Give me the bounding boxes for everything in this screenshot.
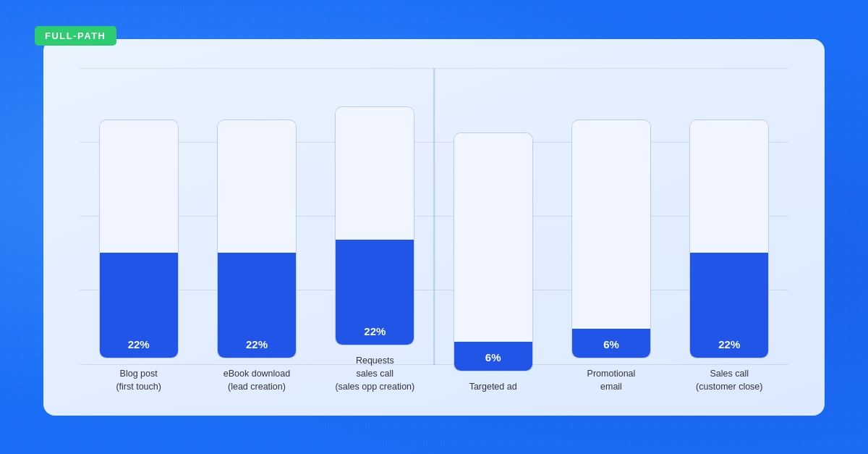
- bar-wrapper-ebook-download: 22%: [217, 119, 297, 358]
- bar-label-requests-sales-call: Requestssales call(sales opp creation): [335, 354, 414, 393]
- bar-group-requests-sales-call: 22%Requestssales call(sales opp creation…: [328, 106, 422, 393]
- bar-empty-blog-post: [100, 120, 178, 253]
- bar-percentage-blog-post: 22%: [128, 338, 150, 350]
- bar-label-targeted-ad: Targeted ad: [469, 380, 517, 393]
- bar-wrapper-promotional-email: 6%: [571, 119, 651, 358]
- bar-percentage-targeted-ad: 6%: [485, 351, 501, 363]
- bar-empty-ebook-download: [218, 120, 296, 253]
- bar-filled-blog-post: 22%: [100, 253, 178, 358]
- bar-filled-promotional-email: 6%: [572, 329, 650, 358]
- bar-wrapper-requests-sales-call: 22%: [335, 106, 414, 345]
- bar-empty-promotional-email: [572, 120, 650, 329]
- bar-group-ebook-download: 22%eBook download(lead creation): [210, 119, 304, 393]
- bar-percentage-ebook-download: 22%: [246, 338, 268, 350]
- bar-empty-targeted-ad: [454, 133, 532, 342]
- bar-group-targeted-ad: 6%Targeted ad: [446, 133, 540, 393]
- full-path-badge: FULL-PATH: [35, 26, 116, 46]
- bar-wrapper-sales-call: 22%: [689, 119, 769, 358]
- bar-filled-ebook-download: 22%: [218, 253, 296, 358]
- bar-label-sales-call: Sales call(customer close): [696, 367, 762, 393]
- bar-percentage-requests-sales-call: 22%: [364, 325, 386, 337]
- bar-group-blog-post: 22%Blog post(first touch): [92, 119, 186, 393]
- bar-percentage-sales-call: 22%: [718, 338, 740, 350]
- chart-card: 22%Blog post(first touch)22%eBook downlo…: [43, 39, 825, 416]
- bar-wrapper-targeted-ad: 6%: [454, 133, 533, 371]
- chart-area: 22%Blog post(first touch)22%eBook downlo…: [80, 68, 788, 394]
- bar-group-sales-call: 22%Sales call(customer close): [682, 119, 776, 393]
- bars-container: 22%Blog post(first touch)22%eBook downlo…: [80, 68, 788, 394]
- bar-filled-targeted-ad: 6%: [454, 342, 532, 371]
- bar-group-promotional-email: 6%Promotionalemail: [564, 119, 658, 393]
- bar-label-blog-post: Blog post(first touch): [116, 367, 161, 393]
- bar-label-promotional-email: Promotionalemail: [587, 367, 636, 393]
- bar-empty-sales-call: [690, 120, 768, 253]
- bar-filled-sales-call: 22%: [690, 253, 768, 358]
- bar-percentage-promotional-email: 6%: [603, 338, 619, 350]
- bar-filled-requests-sales-call: 22%: [336, 240, 414, 345]
- bar-empty-requests-sales-call: [336, 107, 414, 240]
- bar-label-ebook-download: eBook download(lead creation): [224, 367, 290, 393]
- bar-wrapper-blog-post: 22%: [99, 119, 179, 358]
